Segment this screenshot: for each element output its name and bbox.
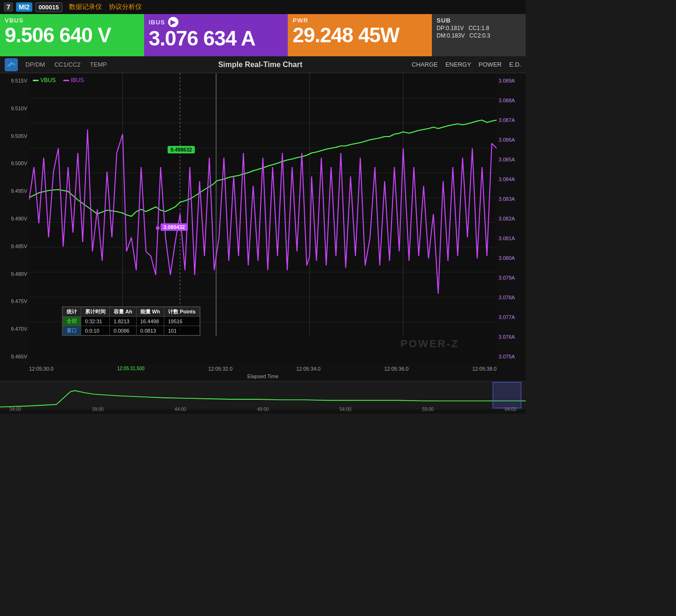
x-label-4: 12:05:38.0 [472, 366, 497, 372]
svg-rect-15 [0, 381, 526, 410]
mini-x-axis: 34:00 39:00 44:00 49:00 54:00 59:00 04:0… [0, 407, 526, 412]
sub-dp-value: DP:0.181V [437, 25, 464, 31]
pwr-box: PWR 29.248 45W [288, 14, 432, 56]
y-left-7: 9.480V [2, 271, 27, 277]
main-chart-svg [29, 73, 497, 345]
x-axis: 12:05:30.0 12:05:31.500 12:05:32.0 12:05… [0, 364, 526, 373]
waveform-icon [8, 61, 15, 68]
chart-icon [5, 58, 18, 71]
y-left-4: 9.495V [2, 188, 27, 194]
pwr-value: 29.248 45W [292, 24, 427, 46]
y-right-3: 3.086A [499, 137, 524, 143]
stats-win-count: 101 [164, 326, 200, 335]
ibus-legend-color [63, 80, 69, 81]
sub-label: SUB [437, 17, 521, 24]
tooltip-ibus-value: 3.080432 [163, 224, 185, 230]
stats-table: 统计 累计时间 容量 Ah 能量 Wh 计数 Points 全部 0:32:31… [62, 306, 200, 336]
y-right-12: 3.077A [499, 314, 524, 320]
x-label-1: 12:05:32.0 [208, 366, 232, 372]
y-left-6: 9.485V [2, 243, 27, 249]
stats-all-row: 全部 0:32:31 1.8213 16.4498 19516 [63, 317, 200, 326]
ibus-direction-icon: ▶ [168, 17, 178, 27]
y-left-1: 9.510V [2, 106, 27, 111]
ibus-legend-label: IBUS [71, 77, 84, 84]
tab-ed[interactable]: E.D. [509, 61, 521, 68]
stats-all-capacity: 1.8213 [110, 317, 137, 326]
badge-model: MI2 [16, 2, 32, 12]
y-right-10: 3.079A [499, 275, 524, 281]
stats-win-energy: 0.0813 [136, 326, 164, 335]
mini-x-5: 59:00 [422, 407, 434, 412]
legend-ibus: IBUS [63, 77, 84, 84]
tooltip-dot-ibus [156, 226, 160, 230]
sub-cc2-value: CC2:0.3 [469, 32, 490, 39]
top-bar: 7 MI2 000015 数据记录仪 协议分析仪 [0, 0, 526, 14]
y-left-0: 9.515V [2, 78, 27, 84]
sub-dm-value: DM:0.183V [437, 32, 465, 39]
tab-power[interactable]: POWER [479, 61, 502, 68]
ibus-value: 3.076 634 A [149, 27, 284, 50]
stats-header-row: 统计 累计时间 容量 Ah 能量 Wh 计数 Points [63, 307, 200, 317]
ibus-box: IBUS ▶ 3.076 634 A [144, 14, 288, 56]
x-label-3: 12:05:36.0 [384, 366, 408, 372]
chart-title: Simple Real-Time Chart [115, 61, 406, 69]
y-right-7: 3.082A [499, 216, 524, 221]
stats-win-label: 窗口 [63, 326, 81, 335]
y-right-4: 3.085A [499, 157, 524, 162]
mini-x-3: 49:00 [257, 407, 269, 412]
legend-vbus: VBUS [33, 77, 56, 84]
stats-col-time: 累计时间 [81, 307, 110, 317]
vbus-legend-label: VBUS [40, 77, 56, 84]
stats-win-capacity: 0.0086 [110, 326, 137, 335]
stats-all-count: 19516 [164, 317, 200, 326]
y-right-14: 3.075A [499, 354, 524, 359]
sub-box: SUB DP:0.181V CC1:1.8 DM:0.183V CC2:0.3 [432, 14, 526, 56]
tab-charge[interactable]: CHARGE [412, 61, 438, 68]
y-left-2: 9.505V [2, 133, 27, 139]
device-id: 000015 [35, 2, 62, 12]
mini-x-4: 54:00 [339, 407, 351, 412]
vbus-box: VBUS 9.506 640 V [0, 14, 144, 56]
badge-number: 7 [4, 2, 13, 12]
stats-col-count: 计数 Points [164, 307, 200, 317]
chart-with-axes: 9.515V 9.510V 9.505V 9.500V 9.495V 9.490… [0, 73, 526, 364]
tab-cc1cc2[interactable]: CC1/CC2 [53, 60, 83, 69]
stats-col-energy: 能量 Wh [136, 307, 164, 317]
nav-protocol-analyzer[interactable]: 协议分析仪 [109, 3, 142, 10]
mini-chart-svg [0, 381, 526, 410]
ibus-label: IBUS [149, 19, 165, 26]
chart-area: 9.515V 9.510V 9.505V 9.500V 9.495V 9.490… [0, 73, 526, 381]
stats-all-label: 全部 [63, 317, 81, 326]
mini-viewport-indicator[interactable] [493, 382, 521, 408]
nav-data-logger[interactable]: 数据记录仪 [69, 3, 102, 10]
y-axis-right: 3.089A 3.088A 3.087A 3.086A 3.085A 3.084… [497, 73, 526, 364]
y-right-13: 3.076A [499, 334, 524, 340]
sub-dp: DP:0.181V CC1:1.8 [437, 25, 521, 31]
tab-energy[interactable]: ENERGY [446, 61, 471, 68]
pwr-label: PWR [292, 17, 427, 24]
stats-data-table: 统计 累计时间 容量 Ah 能量 Wh 计数 Points 全部 0:32:31… [62, 307, 200, 335]
y-right-11: 3.078A [499, 295, 524, 300]
mini-x-1: 39:00 [92, 407, 104, 412]
y-axis-left: 9.515V 9.510V 9.505V 9.500V 9.495V 9.490… [0, 73, 29, 364]
sub-dm: DM:0.183V CC2:0.3 [437, 32, 521, 39]
tab-dpdm[interactable]: DP/DM [23, 60, 47, 69]
sub-cc1-value: CC1:1.8 [469, 25, 489, 31]
stats-all-time: 0:32:31 [81, 317, 110, 326]
toolbar-right-buttons: CHARGE ENERGY POWER E.D. [412, 61, 521, 68]
chart-svg-container: VBUS IBUS [29, 73, 497, 364]
x-axis-container: 12:05:30.0 12:05:31.500 12:05:32.0 12:05… [0, 364, 526, 381]
stats-col-capacity: 容量 Ah [110, 307, 137, 317]
y-right-9: 3.080A [499, 255, 524, 261]
watermark: POWER-Z [400, 338, 459, 350]
mini-chart[interactable]: 34:00 39:00 44:00 49:00 54:00 59:00 04:0… [0, 381, 526, 414]
vbus-value: 9.506 640 V [5, 24, 139, 46]
x-label-2: 12:05:34.0 [296, 366, 321, 372]
ibus-line [29, 129, 497, 294]
tab-temp[interactable]: TEMP [88, 60, 109, 69]
x-timestamp: 12:05:31.500 [117, 366, 145, 372]
x-label-0: 12:05:30.0 [29, 366, 54, 372]
y-left-9: 9.470V [2, 326, 27, 332]
top-navigation: 数据记录仪 协议分析仪 [69, 3, 148, 11]
y-left-5: 9.490V [2, 216, 27, 221]
